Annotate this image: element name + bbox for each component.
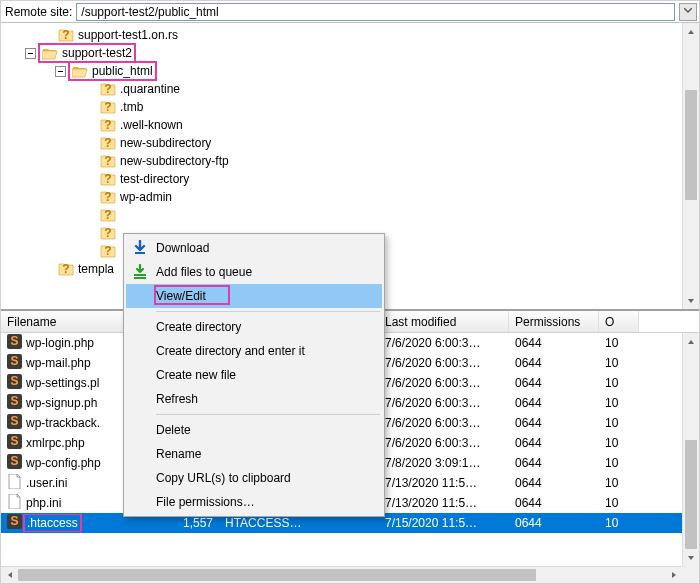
- list-scrollbar-h[interactable]: [1, 566, 682, 583]
- remote-path-value: /support-test2/public_html: [81, 5, 218, 19]
- cell-own: 10: [599, 436, 639, 450]
- menu-item[interactable]: Create directory: [126, 315, 382, 339]
- scroll-right-button[interactable]: [665, 567, 682, 583]
- menu-item[interactable]: View/Edit: [126, 284, 382, 308]
- path-dropdown-button[interactable]: [679, 3, 697, 21]
- tree-item[interactable]: .tmb: [1, 98, 699, 116]
- cell-perm: 0644: [509, 336, 599, 350]
- tree-item-label: templa: [78, 262, 114, 276]
- tree-item[interactable]: new-subdirectory-ftp: [1, 152, 699, 170]
- menu-item[interactable]: Download: [126, 236, 382, 260]
- list-scrollbar-v[interactable]: [682, 333, 699, 566]
- menu-item-label: Create new file: [156, 368, 236, 382]
- context-menu: DownloadAdd files to queueView/EditCreat…: [123, 233, 385, 517]
- cell-perm: 0644: [509, 496, 599, 510]
- file-name-label: wp-mail.php: [26, 356, 91, 370]
- tree-item[interactable]: .quarantine: [1, 80, 699, 98]
- cell-mod: 7/8/2020 3:09:1…: [379, 456, 509, 470]
- menu-item-label: Delete: [156, 423, 191, 437]
- menu-item-label: View/Edit: [156, 289, 206, 303]
- scroll-thumb[interactable]: [685, 440, 697, 549]
- folder-unknown-icon: [100, 171, 116, 187]
- remote-site-label: Remote site:: [3, 5, 72, 19]
- file-name-label: wp-login.php: [26, 336, 94, 350]
- tree-item[interactable]: public_html: [1, 62, 699, 80]
- expander-button[interactable]: [25, 48, 36, 59]
- menu-item-label: Download: [156, 241, 209, 255]
- menu-item[interactable]: File permissions…: [126, 490, 382, 514]
- cell-own: 10: [599, 456, 639, 470]
- cell-perm: 0644: [509, 476, 599, 490]
- scroll-corner: [682, 566, 699, 583]
- menu-item[interactable]: Refresh: [126, 387, 382, 411]
- scroll-track-h[interactable]: [18, 567, 665, 583]
- file-icon: [7, 494, 22, 512]
- remote-path-input[interactable]: /support-test2/public_html: [76, 3, 675, 21]
- menu-item-label: Create directory and enter it: [156, 344, 305, 358]
- cell-perm: 0644: [509, 416, 599, 430]
- tree-item[interactable]: .well-known: [1, 116, 699, 134]
- scroll-thumb-h[interactable]: [18, 569, 536, 581]
- menu-item[interactable]: Add files to queue: [126, 260, 382, 284]
- tree-item[interactable]: support-test1.on.rs: [1, 26, 699, 44]
- menu-separator: [156, 311, 380, 312]
- tree-item-label: test-directory: [120, 172, 189, 186]
- cell-perm: 0644: [509, 516, 599, 530]
- folder-open-icon: [72, 63, 88, 79]
- folder-unknown-icon: [58, 261, 74, 277]
- tree-item-label: public_html: [92, 64, 153, 78]
- tree-item-label: support-test2: [62, 46, 132, 60]
- scroll-thumb[interactable]: [685, 90, 697, 200]
- cell-own: 10: [599, 396, 639, 410]
- scroll-down-button[interactable]: [683, 292, 699, 309]
- cell-mod: 7/6/2020 6:00:3…: [379, 376, 509, 390]
- sublime-file-icon: [7, 514, 22, 532]
- folder-unknown-icon: [100, 81, 116, 97]
- scroll-left-button[interactable]: [1, 567, 18, 583]
- tree-item[interactable]: support-test2: [1, 44, 699, 62]
- tree-item[interactable]: [1, 206, 699, 224]
- folder-unknown-icon: [58, 27, 74, 43]
- scroll-down-button[interactable]: [683, 549, 699, 566]
- file-name-label: .htaccess: [26, 516, 79, 530]
- menu-item[interactable]: Rename: [126, 442, 382, 466]
- cell-own: 10: [599, 376, 639, 390]
- col-permissions[interactable]: Permissions: [509, 311, 599, 332]
- sublime-file-icon: [7, 334, 22, 352]
- tree-item[interactable]: test-directory: [1, 170, 699, 188]
- col-modified[interactable]: Last modified: [379, 311, 509, 332]
- menu-item[interactable]: Create new file: [126, 363, 382, 387]
- expander-button[interactable]: [55, 66, 66, 77]
- col-owner[interactable]: O: [599, 311, 639, 332]
- cell-perm: 0644: [509, 436, 599, 450]
- tree-scrollbar-v[interactable]: [682, 23, 699, 309]
- menu-item-label: File permissions…: [156, 495, 255, 509]
- file-name-label: wp-signup.ph: [26, 396, 97, 410]
- remote-path-bar: Remote site: /support-test2/public_html: [1, 1, 699, 23]
- tree-item-label: new-subdirectory-ftp: [120, 154, 229, 168]
- tree-item[interactable]: new-subdirectory: [1, 134, 699, 152]
- menu-item[interactable]: Copy URL(s) to clipboard: [126, 466, 382, 490]
- folder-unknown-icon: [100, 99, 116, 115]
- folder-unknown-icon: [100, 207, 116, 223]
- scroll-up-button[interactable]: [683, 333, 699, 350]
- cell-mod: 7/6/2020 6:00:3…: [379, 436, 509, 450]
- tree-item-label: .well-known: [120, 118, 183, 132]
- sublime-file-icon: [7, 354, 22, 372]
- file-name-label: .user.ini: [26, 476, 67, 490]
- sublime-file-icon: [7, 454, 22, 472]
- cell-own: 10: [599, 416, 639, 430]
- file-name-label: xmlrpc.php: [26, 436, 85, 450]
- scroll-track[interactable]: [683, 350, 699, 549]
- folder-unknown-icon: [100, 117, 116, 133]
- scroll-track[interactable]: [683, 40, 699, 292]
- scroll-up-button[interactable]: [683, 23, 699, 40]
- folder-unknown-icon: [100, 135, 116, 151]
- menu-item[interactable]: Delete: [126, 418, 382, 442]
- menu-item[interactable]: Create directory and enter it: [126, 339, 382, 363]
- menu-item-label: Refresh: [156, 392, 198, 406]
- tree-item[interactable]: wp-admin: [1, 188, 699, 206]
- cell-own: 10: [599, 496, 639, 510]
- tree-item-label: .quarantine: [120, 82, 180, 96]
- folder-unknown-icon: [100, 243, 116, 259]
